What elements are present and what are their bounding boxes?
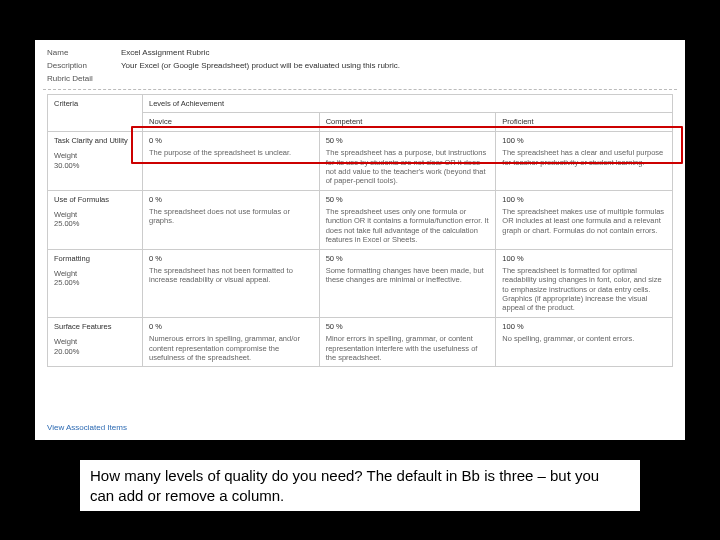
meta-desc-value: Your Excel (or Google Spreadsheet) produ… bbox=[121, 61, 400, 70]
criteria-name: Use of Formulas bbox=[54, 195, 136, 204]
criteria-header: Criteria bbox=[48, 95, 143, 132]
cell-desc: The spreadsheet is formatted for optimal… bbox=[502, 266, 666, 313]
cell-percent: 0 % bbox=[149, 136, 313, 145]
table-row: Surface FeaturesWeight20.00%0 %Numerous … bbox=[48, 317, 673, 367]
loa-header: Levels of Achievement bbox=[143, 95, 673, 113]
cell-percent: 50 % bbox=[326, 136, 490, 145]
criteria-weight: Weight25.00% bbox=[54, 210, 136, 229]
cell-desc: The spreadsheet has a clear and useful p… bbox=[502, 148, 666, 167]
meta-name-value: Excel Assignment Rubric bbox=[121, 48, 209, 57]
rubric-table: Criteria Levels of Achievement Novice Co… bbox=[47, 94, 673, 367]
criteria-weight: Weight25.00% bbox=[54, 269, 136, 288]
slide-stage: Name Excel Assignment Rubric Description… bbox=[0, 0, 720, 540]
meta-row-desc: Description Your Excel (or Google Spread… bbox=[47, 61, 673, 70]
criteria-cell: Surface FeaturesWeight20.00% bbox=[48, 317, 143, 367]
caption-text: How many levels of quality do you need? … bbox=[90, 466, 610, 505]
cell-percent: 100 % bbox=[502, 322, 666, 331]
level-cell: 50 %Minor errors in spelling, grammar, o… bbox=[319, 317, 496, 367]
criteria-weight: Weight20.00% bbox=[54, 337, 136, 356]
level-cell: 0 %The spreadsheet does not use formulas… bbox=[143, 190, 320, 249]
level-cell: 0 %The spreadsheet has not been formatte… bbox=[143, 249, 320, 317]
level-cell: 50 %The spreadsheet uses only one formul… bbox=[319, 190, 496, 249]
criteria-name: Formatting bbox=[54, 254, 136, 263]
meta-desc-label: Description bbox=[47, 61, 109, 70]
cell-percent: 0 % bbox=[149, 254, 313, 263]
meta-detail-label: Rubric Detail bbox=[47, 74, 673, 85]
cell-desc: Numerous errors in spelling, grammar, an… bbox=[149, 334, 313, 362]
level-header-competent: Competent bbox=[319, 113, 496, 131]
cell-desc: The purpose of the spreadsheet is unclea… bbox=[149, 148, 313, 157]
level-cell: 50 %Some formatting changes have been ma… bbox=[319, 249, 496, 317]
level-cell: 100 %The spreadsheet has a clear and use… bbox=[496, 131, 673, 190]
cell-percent: 100 % bbox=[502, 254, 666, 263]
cell-desc: The spreadsheet has a purpose, but instr… bbox=[326, 148, 490, 186]
level-cell: 100 %The spreadsheet makes use of multip… bbox=[496, 190, 673, 249]
level-cell: 100 %No spelling, grammar, or content er… bbox=[496, 317, 673, 367]
cell-desc: The spreadsheet uses only one formula or… bbox=[326, 207, 490, 245]
level-cell: 100 %The spreadsheet is formatted for op… bbox=[496, 249, 673, 317]
cell-desc: The spreadsheet has not been formatted t… bbox=[149, 266, 313, 285]
cell-desc: Some formatting changes have been made, … bbox=[326, 266, 490, 285]
criteria-weight: Weight30.00% bbox=[54, 151, 136, 170]
table-row: FormattingWeight25.00%0 %The spreadsheet… bbox=[48, 249, 673, 317]
cell-percent: 50 % bbox=[326, 322, 490, 331]
cell-percent: 100 % bbox=[502, 136, 666, 145]
criteria-cell: FormattingWeight25.00% bbox=[48, 249, 143, 317]
cell-percent: 0 % bbox=[149, 195, 313, 204]
cell-desc: Minor errors in spelling, grammar, or co… bbox=[326, 334, 490, 362]
cell-desc: The spreadsheet makes use of multiple fo… bbox=[502, 207, 666, 235]
table-row: Use of FormulasWeight25.00%0 %The spread… bbox=[48, 190, 673, 249]
meta-name-label: Name bbox=[47, 48, 109, 57]
cell-percent: 100 % bbox=[502, 195, 666, 204]
level-cell: 0 %The purpose of the spreadsheet is unc… bbox=[143, 131, 320, 190]
cell-percent: 50 % bbox=[326, 254, 490, 263]
criteria-cell: Task Clarity and UtilityWeight30.00% bbox=[48, 131, 143, 190]
caption-box: How many levels of quality do you need? … bbox=[80, 460, 640, 511]
table-row: Task Clarity and UtilityWeight30.00%0 %T… bbox=[48, 131, 673, 190]
header-row-loa: Criteria Levels of Achievement bbox=[48, 95, 673, 113]
divider bbox=[43, 89, 677, 90]
rubric-meta: Name Excel Assignment Rubric Description… bbox=[35, 40, 685, 89]
criteria-name: Surface Features bbox=[54, 322, 136, 331]
cell-percent: 50 % bbox=[326, 195, 490, 204]
rubric-panel: Name Excel Assignment Rubric Description… bbox=[35, 40, 685, 440]
criteria-name: Task Clarity and Utility bbox=[54, 136, 136, 145]
criteria-cell: Use of FormulasWeight25.00% bbox=[48, 190, 143, 249]
level-cell: 0 %Numerous errors in spelling, grammar,… bbox=[143, 317, 320, 367]
cell-desc: No spelling, grammar, or content errors. bbox=[502, 334, 666, 343]
cell-percent: 0 % bbox=[149, 322, 313, 331]
meta-row-name: Name Excel Assignment Rubric bbox=[47, 48, 673, 57]
cell-desc: The spreadsheet does not use formulas or… bbox=[149, 207, 313, 226]
level-header-proficient: Proficient bbox=[496, 113, 673, 131]
level-header-novice: Novice bbox=[143, 113, 320, 131]
view-associated-link[interactable]: View Associated Items bbox=[47, 423, 127, 432]
level-cell: 50 %The spreadsheet has a purpose, but i… bbox=[319, 131, 496, 190]
